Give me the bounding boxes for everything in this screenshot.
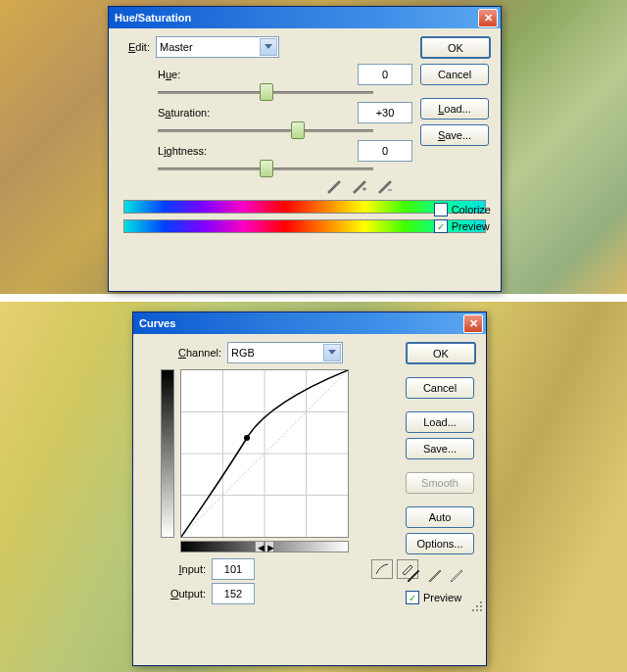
checkbox-icon: ✓ bbox=[434, 219, 448, 233]
preview-label: Preview bbox=[452, 220, 490, 232]
dialog-buttons: OK Cancel Load... Save... Smooth Auto Op… bbox=[406, 342, 476, 607]
hue-slider[interactable] bbox=[158, 91, 373, 94]
curves-dialog: Curves ✕ OK Cancel Load... Save... Smoot… bbox=[132, 312, 487, 666]
lightness-input[interactable] bbox=[358, 140, 412, 162]
eyedropper-gray-icon[interactable] bbox=[427, 567, 443, 583]
slider-thumb[interactable] bbox=[260, 160, 273, 177]
colorize-checkbox[interactable]: Colorize bbox=[434, 203, 491, 216]
saturation-input[interactable] bbox=[358, 102, 412, 123]
slider-thumb[interactable] bbox=[291, 121, 305, 139]
saturation-label: Saturation: bbox=[158, 107, 232, 119]
hue-spectrum bbox=[123, 200, 486, 214]
close-icon[interactable]: ✕ bbox=[478, 9, 498, 27]
titlebar[interactable]: Hue/Saturation ✕ bbox=[109, 7, 501, 28]
hue-spectrum-result bbox=[123, 219, 486, 233]
svg-point-7 bbox=[244, 435, 250, 441]
eyedropper-icon[interactable] bbox=[326, 178, 342, 194]
cancel-button[interactable]: Cancel bbox=[406, 377, 474, 399]
curve-graph[interactable] bbox=[180, 369, 349, 538]
ok-button[interactable]: OK bbox=[406, 342, 476, 364]
edit-value: Master bbox=[160, 41, 193, 53]
eyedropper-black-icon[interactable] bbox=[406, 567, 421, 583]
svg-rect-12 bbox=[476, 609, 478, 611]
ok-button[interactable]: OK bbox=[420, 36, 491, 59]
channel-value: RGB bbox=[231, 347, 255, 359]
preview-checkbox[interactable]: ✓ Preview bbox=[406, 591, 476, 604]
load-button[interactable]: Load... bbox=[406, 411, 474, 433]
hue-saturation-dialog: Hue/Saturation ✕ OK Cancel Load... Save.… bbox=[108, 6, 502, 292]
dialog-title: Hue/Saturation bbox=[115, 12, 478, 24]
slider-thumb[interactable] bbox=[260, 83, 273, 101]
resize-grip-icon[interactable] bbox=[470, 600, 484, 613]
smooth-button: Smooth bbox=[406, 472, 474, 494]
cancel-button[interactable]: Cancel bbox=[420, 64, 489, 85]
close-icon[interactable]: ✕ bbox=[463, 314, 483, 333]
dialog-title: Curves bbox=[139, 317, 463, 329]
saturation-slider[interactable] bbox=[158, 129, 373, 132]
output-gradient bbox=[161, 369, 174, 538]
output-value[interactable] bbox=[212, 583, 255, 604]
svg-rect-9 bbox=[476, 605, 478, 607]
svg-rect-10 bbox=[480, 605, 482, 607]
lightness-slider[interactable] bbox=[158, 168, 373, 170]
eyedropper-white-icon[interactable] bbox=[449, 567, 464, 583]
dialog-buttons: OK Cancel Load... Save... bbox=[420, 36, 491, 151]
input-label: Input: bbox=[161, 563, 212, 575]
load-button[interactable]: Load... bbox=[420, 98, 489, 120]
edit-label: Edit: bbox=[119, 41, 156, 53]
midpoint-handles[interactable]: ◄► bbox=[255, 541, 274, 552]
auto-button[interactable]: Auto bbox=[406, 506, 474, 528]
edit-select[interactable]: Master bbox=[156, 36, 279, 58]
checkbox-icon bbox=[434, 203, 448, 216]
channel-label: Channel: bbox=[172, 347, 227, 359]
colorize-label: Colorize bbox=[452, 204, 491, 216]
svg-rect-13 bbox=[480, 609, 482, 611]
eyedropper-plus-icon[interactable] bbox=[352, 178, 367, 194]
chevron-down-icon[interactable] bbox=[260, 38, 277, 56]
save-button[interactable]: Save... bbox=[406, 438, 474, 459]
eyedropper-minus-icon[interactable] bbox=[377, 178, 393, 194]
lightness-label: Lightness: bbox=[158, 145, 232, 157]
curve-mode-icon[interactable] bbox=[371, 559, 393, 579]
input-gradient: ◄► bbox=[180, 541, 349, 552]
preview-label: Preview bbox=[423, 592, 461, 603]
hue-label: Hue: bbox=[158, 69, 232, 80]
channel-select[interactable]: RGB bbox=[227, 342, 343, 363]
input-value[interactable] bbox=[212, 558, 255, 580]
hue-input[interactable] bbox=[358, 64, 412, 85]
titlebar[interactable]: Curves ✕ bbox=[133, 312, 486, 334]
output-label: Output: bbox=[161, 588, 212, 600]
svg-rect-8 bbox=[480, 601, 482, 603]
save-button[interactable]: Save... bbox=[420, 124, 489, 146]
separator bbox=[0, 294, 627, 302]
chevron-down-icon[interactable] bbox=[323, 344, 341, 361]
checkbox-icon: ✓ bbox=[406, 591, 419, 604]
preview-checkbox[interactable]: ✓ Preview bbox=[434, 219, 491, 233]
options-button[interactable]: Options... bbox=[406, 533, 474, 554]
svg-rect-11 bbox=[472, 609, 474, 611]
